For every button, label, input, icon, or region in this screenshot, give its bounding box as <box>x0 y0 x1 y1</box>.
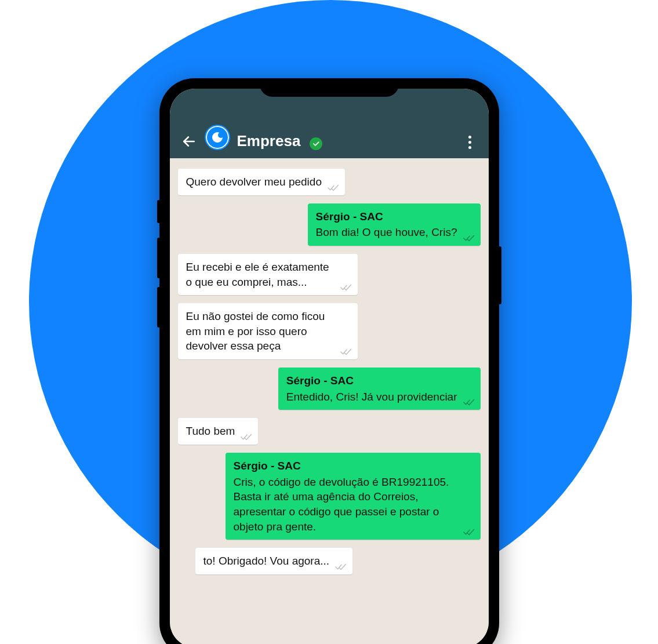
read-ticks-icon <box>340 348 353 356</box>
phone-frame: Empresa Quero devolver meu pedido Sérgio… <box>159 78 499 644</box>
message-sender: Sérgio - SAC <box>234 459 457 474</box>
message-text: Tudo bem <box>186 425 235 437</box>
contact-avatar[interactable] <box>205 125 230 150</box>
phone-side-button <box>157 238 161 278</box>
chat-bubble-incoming[interactable]: Tudo bem <box>178 418 259 445</box>
message-text: Cris, o código de devolução é BR19921105… <box>234 476 449 533</box>
chat-bubble-incoming[interactable]: Eu recebi e ele é exatamente o que eu co… <box>178 254 358 295</box>
read-ticks-icon <box>463 234 476 242</box>
message-text: Quero devolver meu pedido <box>186 176 322 188</box>
back-icon[interactable] <box>180 133 198 150</box>
chat-bubble-incoming[interactable]: Quero devolver meu pedido <box>178 169 345 195</box>
phone-notch <box>260 78 399 97</box>
message-text: Entedido, Cris! Já vou providenciar <box>286 391 457 403</box>
phone-screen: Empresa Quero devolver meu pedido Sérgio… <box>170 89 489 644</box>
phone-side-button <box>498 246 501 304</box>
message-text: Eu recebi e ele é exatamente o que eu co… <box>186 261 329 288</box>
phone-side-button <box>157 200 161 223</box>
read-ticks-icon <box>335 563 348 571</box>
chat-body[interactable]: Quero devolver meu pedido Sérgio - SAC B… <box>170 158 489 644</box>
read-ticks-icon <box>463 528 476 536</box>
chat-bubble-incoming[interactable]: to! Obrigado! Vou agora... <box>195 548 353 574</box>
read-ticks-icon <box>241 433 253 441</box>
message-text: Eu não gostei de como ficou em mim e por… <box>186 310 325 352</box>
message-text: to! Obrigado! Vou agora... <box>203 555 330 567</box>
read-ticks-icon <box>328 184 340 192</box>
more-options-icon[interactable] <box>462 134 478 150</box>
contact-name[interactable]: Empresa <box>237 132 301 150</box>
chat-bubble-outgoing[interactable]: Sérgio - SAC Entedido, Cris! Já vou prov… <box>278 368 481 410</box>
read-ticks-icon <box>463 398 476 406</box>
chat-bubble-outgoing[interactable]: Sérgio - SAC Cris, o código de devolução… <box>226 453 481 540</box>
chat-bubble-incoming[interactable]: Eu não gostei de como ficou em mim e por… <box>178 303 358 359</box>
read-ticks-icon <box>340 283 353 292</box>
phone-side-button <box>157 287 161 328</box>
chat-header: Empresa <box>170 89 489 158</box>
message-text: Bom dia! O que houve, Cris? <box>316 226 457 238</box>
message-sender: Sérgio - SAC <box>316 209 457 224</box>
chat-bubble-outgoing[interactable]: Sérgio - SAC Bom dia! O que houve, Cris? <box>308 203 481 246</box>
verified-badge-icon <box>310 137 322 150</box>
message-sender: Sérgio - SAC <box>286 373 457 388</box>
